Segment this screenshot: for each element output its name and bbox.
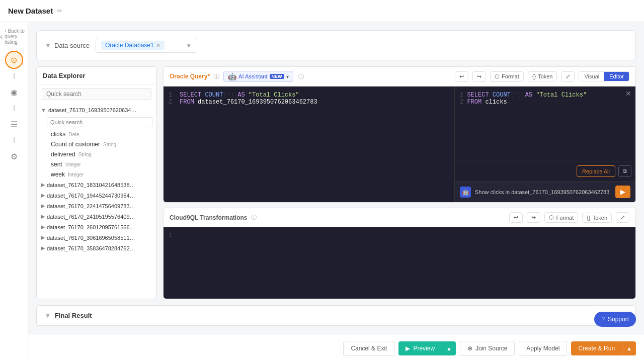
cloud9-format-icon: ⬡ — [549, 214, 554, 221]
datasource-select[interactable]: Oracle Database1 ✕ ▾ — [96, 38, 196, 53]
top-bar: New Dataset ✏ — [0, 0, 644, 22]
tree-collapse-icon-4: ▶ — [41, 213, 45, 220]
main-content: ▼ Data source Oracle Database1 ✕ ▾ Data … — [28, 22, 644, 334]
token-icon: {} — [532, 73, 536, 79]
tree-group-name-4: dataset_76170_2410519557640938368 — [47, 214, 137, 220]
ai-new-tag: NEW — [270, 74, 284, 79]
edit-icon[interactable]: ✏ — [57, 7, 62, 15]
tree-collapse-icon-3: ▶ — [41, 203, 45, 209]
format-icon: ⬡ — [495, 73, 500, 80]
list-nav-icon[interactable]: ☰ — [5, 115, 23, 133]
oracle-help-icon[interactable]: ⓘ — [214, 73, 219, 80]
ai-panel-code: 1 SELECT COUNT(*) AS "Total Clicks" 2 FR… — [455, 86, 635, 161]
back-link[interactable]: ‹ Back to query listing — [0, 28, 28, 45]
final-result-section: ▼ Final Result — [36, 305, 636, 326]
tree-group-name-2: dataset_76170_1944524473096426776 — [47, 193, 137, 199]
tree-group-5: ▶ dataset_76170_2601209576156699966 — [37, 222, 156, 232]
support-button[interactable]: ? Support — [594, 312, 636, 327]
cloud9-format-button[interactable]: ⬡ Format — [544, 212, 578, 223]
datasource-dropdown-icon[interactable]: ▾ — [187, 42, 191, 49]
tree-field-week[interactable]: week Integer — [37, 169, 156, 179]
oracle-ai-panel: ✕ 1 SELECT COUNT(*) AS "Total Clicks" 2 … — [454, 86, 635, 202]
oracle-title: Oracle Query* — [170, 73, 210, 80]
ai-go-button[interactable]: ▶ — [615, 186, 630, 198]
middle-section: Data Explorer ▼ dataset_76170_1693950762… — [36, 66, 636, 299]
cloud9-header: Cloud9QL Transformations ⓘ ↩ ↪ ⬡ Format … — [164, 208, 635, 227]
tree-field-count[interactable]: Count of customer String — [37, 139, 156, 149]
tree-sub-search-input-0[interactable] — [47, 117, 152, 127]
format-button[interactable]: ⬡ Format — [490, 71, 524, 82]
support-help-icon: ? — [601, 316, 605, 323]
datasource-remove-icon[interactable]: ✕ — [156, 42, 160, 49]
create-run-chevron-button[interactable]: ▲ — [622, 341, 636, 355]
tree-field-clicks[interactable]: clicks Date — [37, 129, 156, 139]
view-toggle: Visual Editor — [579, 71, 629, 81]
tree-group-header-0[interactable]: ▼ dataset_76170_1693950762063462783 — [37, 105, 156, 115]
main-layout: ‹ Back to query listing ⊙ ◉ ☰ ⚙ ▼ Data s… — [0, 22, 644, 362]
tree-group-1: ▶ dataset_76170_1831042164853867791 — [37, 179, 156, 190]
tree-group-header-6[interactable]: ▶ dataset_76170_3061696505851194334 — [37, 232, 156, 243]
cloud9-editor[interactable]: 1 — [164, 227, 635, 299]
ai-code-line-2: 2 FROM clicks; — [460, 99, 630, 106]
tree-group-6: ▶ dataset_76170_3061696505851194334 — [37, 232, 156, 243]
token-button[interactable]: {} Token — [528, 71, 557, 81]
create-run-button[interactable]: Create & Run — [571, 341, 622, 355]
tree-group-name-7: dataset_76170_3583647828476284982 — [47, 245, 137, 251]
expand-button[interactable]: ⤢ — [561, 71, 575, 82]
cloud9-title: Cloud9QL Transformations — [170, 214, 247, 221]
replace-all-button[interactable]: Replace All — [577, 165, 615, 177]
join-source-button[interactable]: ⊕ Join Source — [460, 341, 515, 356]
cloud9-redo-button[interactable]: ↪ — [527, 212, 540, 223]
cloud9-token-button[interactable]: {} Token — [582, 213, 612, 223]
ai-help-icon[interactable]: ⓘ — [298, 73, 304, 80]
ai-panel-actions: Replace All ⧉ — [455, 161, 635, 181]
oracle-code-editor[interactable]: 1 SELECT COUNT(*) AS "Total Clicks" 2 FR… — [164, 86, 454, 202]
bottom-bar: Cancel & Exit ▶ Preview ▲ ⊕ Join Source … — [28, 334, 644, 362]
code-line-1: 1 SELECT COUNT(*) AS "Total Clicks" — [169, 92, 449, 99]
datasource-label-text: Data source — [54, 42, 90, 49]
ai-panel-close-icon[interactable]: ✕ — [625, 89, 631, 98]
cloud9-expand-button[interactable]: ⤢ — [616, 212, 629, 223]
eye-nav-icon[interactable]: ◉ — [5, 83, 23, 101]
editor-view-button[interactable]: Editor — [604, 72, 629, 81]
preview-chevron-button[interactable]: ▲ — [442, 341, 456, 355]
cloud9-undo-button[interactable]: ↩ — [509, 212, 523, 223]
undo-button[interactable]: ↩ — [455, 71, 468, 82]
visual-view-button[interactable]: Visual — [579, 72, 604, 81]
oracle-query-box: Oracle Query* ⓘ 🤖 AI Assistant NEW ▾ ⓘ — [163, 66, 636, 203]
copy-button[interactable]: ⧉ — [618, 165, 631, 177]
tree-group-header-1[interactable]: ▶ dataset_76170_1831042164853867791 — [37, 179, 156, 190]
tree-group-header-5[interactable]: ▶ dataset_76170_2601209576156699966 — [37, 222, 156, 232]
tree-collapse-icon-7: ▶ — [41, 245, 45, 251]
oracle-body: 1 SELECT COUNT(*) AS "Total Clicks" 2 FR… — [164, 86, 635, 202]
tree-field-sent[interactable]: sent Integer — [37, 159, 156, 169]
cloud9-help-icon[interactable]: ⓘ — [251, 214, 257, 221]
join-source-plus-icon: ⊕ — [467, 345, 472, 352]
tree-group-7: ▶ dataset_76170_3583647828476284982 — [37, 243, 156, 253]
datasource-chevron-icon[interactable]: ▼ — [45, 42, 51, 49]
database-nav-icon[interactable]: ⊙ — [5, 51, 23, 69]
tree-group-4: ▶ dataset_76170_2410519557640938368 — [37, 211, 156, 222]
cancel-exit-button[interactable]: Cancel & Exit — [343, 341, 394, 356]
ai-suggestion-bar: 🤖 Show clicks in dataset_76170_169395076… — [455, 181, 635, 202]
explorer-search-input[interactable] — [42, 88, 151, 100]
tree-group-header-7[interactable]: ▶ dataset_76170_3583647828476284982 — [37, 243, 156, 253]
tree-group-name-0: dataset_76170_1693950762063462783 — [48, 107, 139, 113]
redo-button[interactable]: ↪ — [472, 71, 486, 82]
cloud9-token-icon: {} — [587, 215, 590, 221]
ai-assistant-badge[interactable]: 🤖 AI Assistant NEW ▾ — [223, 71, 293, 82]
ai-suggestion-text: Show clicks in dataset_76170_16939507620… — [475, 189, 611, 195]
apply-model-button[interactable]: Apply Model — [519, 341, 567, 356]
tree-group-header-3[interactable]: ▶ dataset_76170_2241475640978348339 — [37, 201, 156, 211]
tree-group-header-4[interactable]: ▶ dataset_76170_2410519557640938368 — [37, 211, 156, 222]
preview-button[interactable]: ▶ Preview — [398, 341, 442, 355]
ai-assistant-label: AI Assistant — [238, 73, 267, 79]
preview-group: ▶ Preview ▲ — [398, 341, 456, 355]
ai-chevron-icon[interactable]: ▾ — [286, 74, 289, 79]
tree-field-delivered[interactable]: delivered String — [37, 149, 156, 159]
tree-group-3: ▶ dataset_76170_2241475640978348339 — [37, 201, 156, 211]
tree-group-2: ▶ dataset_76170_1944524473096426776 — [37, 190, 156, 201]
tree-group-header-2[interactable]: ▶ dataset_76170_1944524473096426776 — [37, 190, 156, 201]
gear-nav-icon[interactable]: ⚙ — [5, 147, 23, 165]
final-result-chevron-icon[interactable]: ▼ — [45, 312, 51, 319]
